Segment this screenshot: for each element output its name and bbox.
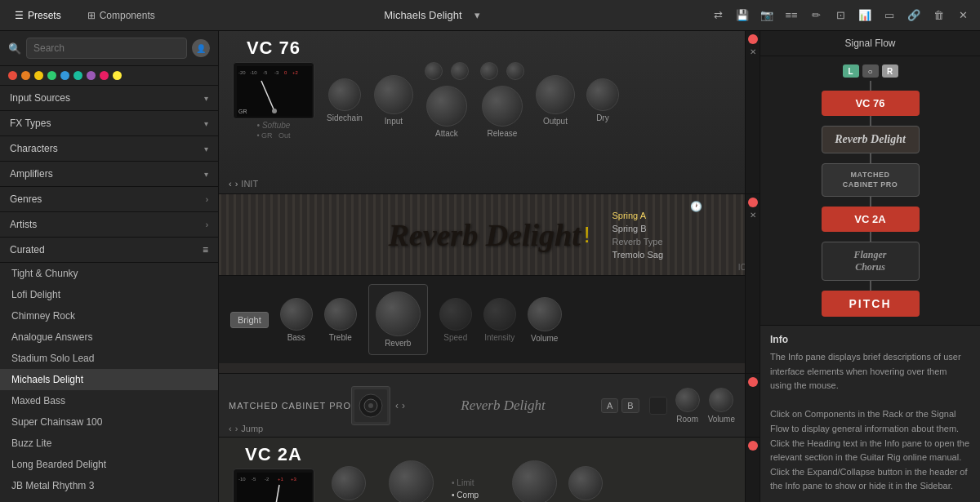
- close-btn[interactable]: ✕: [954, 7, 972, 24]
- section-genres-header[interactable]: Genres ›: [0, 187, 218, 211]
- speed-knob[interactable]: [439, 298, 472, 331]
- color-dot-teal[interactable]: [74, 71, 82, 80]
- tab-presets[interactable]: ☰ Presets: [8, 7, 68, 24]
- bright-button[interactable]: Bright: [230, 312, 269, 328]
- avatar-icon[interactable]: 👤: [192, 39, 210, 57]
- link-btn[interactable]: 🔗: [905, 7, 923, 24]
- search-input[interactable]: [26, 38, 187, 59]
- color-dot-green[interactable]: [47, 71, 56, 80]
- list-item[interactable]: Super Chainsaw 100: [0, 411, 218, 433]
- list-item[interactable]: Long Bearded Delight: [0, 454, 218, 475]
- section-characters-header[interactable]: Characters ▾: [0, 136, 218, 161]
- section-amplifiers-header[interactable]: Amplifiers ▾: [0, 162, 218, 186]
- svg-text:+3: +3: [291, 477, 297, 482]
- section-fx-types-header[interactable]: FX Types ▾: [0, 111, 218, 135]
- dry-2a-knob[interactable]: [568, 466, 603, 500]
- section-genres: Genres ›: [0, 187, 218, 212]
- color-dot-purple[interactable]: [87, 71, 96, 80]
- attack-top-knob[interactable]: [425, 62, 443, 80]
- power-btn[interactable]: [748, 377, 758, 387]
- release-top-knob[interactable]: [480, 62, 498, 80]
- sf-block-reverb[interactable]: Reverb Delight: [822, 126, 920, 153]
- release-top-knob2[interactable]: [506, 62, 524, 80]
- reverb-type-spring-b[interactable]: Spring B: [612, 224, 663, 233]
- eq-btn[interactable]: ≡≡: [782, 7, 800, 24]
- cabinet-nav-prev[interactable]: ‹: [395, 400, 399, 411]
- list-item[interactable]: Birds: [0, 496, 218, 502]
- treble-knob[interactable]: [324, 298, 357, 331]
- color-dot-blue[interactable]: [60, 71, 69, 80]
- crop-btn[interactable]: ⊡: [831, 7, 849, 24]
- sf-block-pitch[interactable]: PITCH: [822, 291, 920, 317]
- list-item[interactable]: Stadium Solo Lead: [0, 348, 218, 369]
- input-knob[interactable]: [374, 75, 413, 114]
- sf-block-vc76[interactable]: VC 76: [822, 91, 920, 116]
- list-item[interactable]: Buzz Lite: [0, 433, 218, 454]
- title-arrow-icon[interactable]: ▾: [469, 7, 487, 24]
- shuffle-btn[interactable]: ⇄: [709, 7, 727, 24]
- reverb-tremolo[interactable]: Tremolo Sag: [612, 250, 663, 260]
- reverb-type-spring-a[interactable]: Spring A: [612, 211, 663, 220]
- nav-prev[interactable]: ‹: [229, 179, 232, 189]
- knob-group-sidechain: Sidechain: [327, 78, 363, 122]
- mono-button[interactable]: ○: [862, 64, 879, 78]
- attack-knob[interactable]: [426, 86, 467, 127]
- color-dot-orange[interactable]: [21, 71, 30, 80]
- power-btn[interactable]: [748, 198, 758, 207]
- l-button[interactable]: L: [843, 64, 859, 78]
- color-dot-yellow[interactable]: [34, 71, 43, 80]
- dry-knob[interactable]: [586, 78, 619, 111]
- volume-cab-knob[interactable]: [709, 388, 733, 412]
- release-knob[interactable]: [482, 86, 523, 127]
- curated-header[interactable]: Curated ≡: [0, 238, 218, 263]
- list-item[interactable]: JB Metal Rhythm 3: [0, 475, 218, 496]
- color-dot-lime[interactable]: [113, 71, 122, 80]
- color-dot-pink[interactable]: [100, 71, 109, 80]
- tab-components[interactable]: ⊞ Components: [81, 7, 162, 24]
- record-btn[interactable]: ▭: [880, 7, 898, 24]
- sf-block-cabinet[interactable]: MATCHEDCABINET PRO: [822, 163, 920, 197]
- b-button[interactable]: B: [621, 398, 639, 413]
- preset-title: Michaels Delight ▾: [172, 7, 699, 24]
- detector-hp-knob[interactable]: [332, 466, 366, 500]
- attack-top-knob2[interactable]: [451, 62, 469, 80]
- reverb-knob-box: Reverb: [368, 284, 428, 355]
- connector: [870, 153, 871, 163]
- output-knob[interactable]: [536, 75, 575, 114]
- clock-icon[interactable]: 🕐: [690, 201, 702, 212]
- list-item-active[interactable]: Michaels Delight: [0, 369, 218, 390]
- section-artists-header[interactable]: Artists ›: [0, 212, 218, 237]
- r-button[interactable]: R: [882, 64, 898, 78]
- expand-btn[interactable]: ✕: [750, 211, 756, 220]
- peak-reduction-knob[interactable]: [389, 460, 434, 502]
- pencil-btn[interactable]: ✏: [807, 7, 825, 24]
- gain-knob[interactable]: [512, 460, 557, 502]
- sf-block-flanger[interactable]: FlangerChorus: [822, 242, 920, 281]
- power-btn[interactable]: [748, 441, 758, 451]
- list-item[interactable]: Tight & Chunky: [0, 263, 218, 284]
- volume-knob[interactable]: [528, 297, 562, 331]
- components-label: Components: [100, 10, 155, 21]
- sidechain-knob[interactable]: [328, 78, 361, 111]
- reverb-knob[interactable]: [376, 291, 421, 336]
- delete-btn[interactable]: 🗑: [929, 7, 947, 24]
- expand-btn[interactable]: ✕: [750, 47, 756, 56]
- camera-btn[interactable]: 📷: [758, 7, 776, 24]
- intensity-knob[interactable]: [483, 298, 516, 331]
- color-dot-red[interactable]: [8, 71, 17, 80]
- list-item[interactable]: Chimney Rock: [0, 305, 218, 327]
- nav-next[interactable]: ›: [235, 179, 238, 189]
- bass-knob[interactable]: [280, 298, 313, 331]
- a-button[interactable]: A: [601, 398, 618, 413]
- save-btn[interactable]: 💾: [733, 7, 751, 24]
- room-knob[interactable]: [675, 388, 700, 412]
- list-item[interactable]: Lofi Delight: [0, 284, 218, 305]
- sf-block-vc2a[interactable]: VC 2A: [822, 207, 920, 232]
- section-input-sources-header[interactable]: Input Sources ▾: [0, 86, 218, 110]
- cab-nav-next[interactable]: ›: [235, 424, 238, 433]
- list-item[interactable]: Maxed Bass: [0, 390, 218, 411]
- cab-nav-prev[interactable]: ‹: [229, 424, 232, 433]
- chart-btn[interactable]: 📊: [856, 7, 874, 24]
- power-btn[interactable]: [748, 34, 758, 44]
- list-item[interactable]: Analogue Answers: [0, 327, 218, 348]
